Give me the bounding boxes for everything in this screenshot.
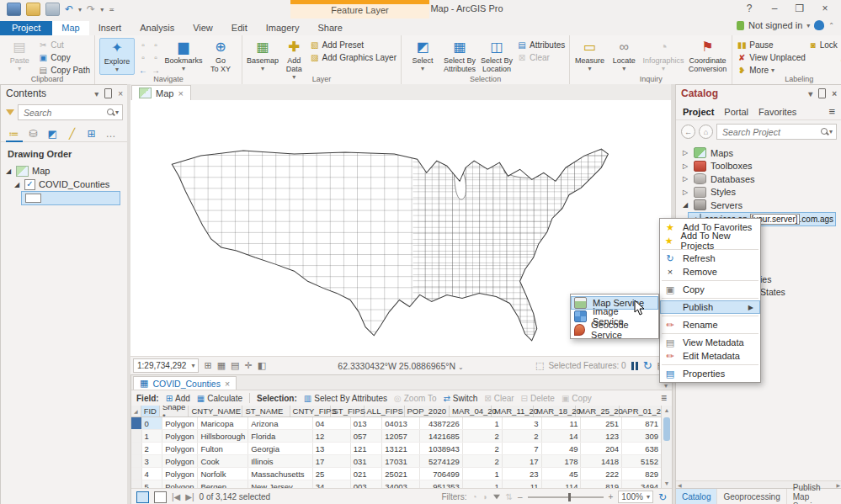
expander-icon[interactable]: ▷: [683, 149, 689, 157]
row-header[interactable]: [131, 468, 142, 480]
table-cell[interactable]: 638: [622, 443, 662, 454]
column-header-cnty_name[interactable]: CNTY_NAME: [189, 406, 242, 416]
last-record-icon[interactable]: ▶|: [185, 492, 194, 501]
table-cell[interactable]: 251: [581, 417, 622, 429]
more-lists-icon[interactable]: …: [104, 128, 117, 140]
pause-drawing-icon[interactable]: [631, 362, 638, 370]
signin-label[interactable]: Not signed in: [748, 20, 802, 30]
table-cell[interactable]: 2: [463, 455, 503, 467]
row-header[interactable]: [131, 455, 142, 467]
table-grid[interactable]: ◢FIDShape *CNTY_NAMEST_NAMECNTY_FIPSST_F…: [131, 406, 662, 489]
filter-icon[interactable]: [6, 109, 14, 115]
table-cell[interactable]: 45: [542, 468, 582, 480]
table-cell[interactable]: 7: [503, 443, 542, 454]
table-row[interactable]: 4PolygonNorfolkMassachusetts250212502170…: [131, 468, 662, 480]
fixed-zoom-button[interactable]: ▫▫: [138, 52, 163, 63]
table-cell[interactable]: 11: [542, 417, 582, 429]
list-by-snapping-icon[interactable]: ⊞: [85, 128, 98, 140]
menu-item-add-to-new-projects[interactable]: ★Add To New Projects: [660, 234, 760, 247]
table-cell[interactable]: Polygon: [162, 430, 198, 442]
next-extent-button[interactable]: →: [151, 66, 161, 75]
filter-edited-icon[interactable]: ◑: [482, 492, 487, 501]
select-by-attributes-table-button[interactable]: ▥Select By Attributes: [304, 394, 387, 403]
table-row[interactable]: 0PolygonMaricopaArizona04013040134387226…: [131, 417, 662, 430]
maximize-button[interactable]: ❒: [787, 0, 812, 17]
catalog-item-styles[interactable]: ▷Styles: [676, 186, 841, 199]
menu-item-rename[interactable]: ✏Rename: [660, 318, 760, 332]
tab-analysis[interactable]: Analysis: [130, 21, 184, 35]
table-cell[interactable]: Polygon: [162, 443, 198, 454]
table-cell[interactable]: 1418: [581, 455, 622, 467]
row-header[interactable]: [131, 430, 142, 442]
list-by-selection-icon[interactable]: ◩: [46, 128, 59, 140]
signin-area[interactable]: Not signed in ▾ ⌃: [737, 20, 834, 30]
copy-button[interactable]: ▣Copy: [38, 52, 90, 63]
dock-tab-catalog[interactable]: Catalog: [676, 489, 717, 504]
table-cell[interactable]: Maricopa: [198, 417, 248, 429]
help-button[interactable]: ?: [737, 0, 762, 17]
expander-icon[interactable]: ◢: [6, 167, 13, 175]
full-extent-button[interactable]: ▫▫: [138, 40, 163, 50]
table-cell[interactable]: 1: [142, 430, 163, 442]
table-cell[interactable]: 25021: [382, 468, 420, 480]
form-view-icon[interactable]: [154, 491, 167, 503]
add-graphics-layer-button[interactable]: ▨Add Graphics Layer: [310, 52, 397, 63]
table-row[interactable]: 2PolygonFultonGeorgia1312113121103894327…: [131, 443, 662, 455]
table-cell[interactable]: 1038943: [420, 443, 463, 454]
table-cell[interactable]: 871: [622, 417, 662, 429]
measure-button[interactable]: ▭ Measure▾: [574, 38, 605, 73]
table-cell[interactable]: 1421685: [420, 430, 463, 442]
table-cell[interactable]: 49: [542, 443, 582, 454]
table-cell[interactable]: 1: [463, 468, 503, 480]
row-header[interactable]: [131, 443, 142, 454]
table-cell[interactable]: Norfolk: [198, 468, 248, 480]
list-by-data-source-icon[interactable]: ⛁: [27, 128, 40, 140]
table-cell[interactable]: 14: [542, 430, 582, 442]
redo-dropdown-icon[interactable]: ▾: [100, 6, 104, 13]
pane-menu-icon[interactable]: ▾: [94, 89, 98, 98]
notifications-icon[interactable]: [814, 20, 824, 30]
table-vertical-scrollbar[interactable]: ▲ ▼: [661, 406, 672, 489]
tab-view[interactable]: View: [184, 21, 222, 35]
save-project-icon[interactable]: [45, 3, 60, 16]
zoom-to-button[interactable]: ◎Zoom To: [394, 394, 436, 403]
column-header-pop_2020[interactable]: POP_2020: [405, 406, 450, 416]
table-cell[interactable]: Illinois: [248, 455, 313, 467]
table-cell[interactable]: 031: [351, 455, 383, 467]
add-field-button[interactable]: ⊞Add: [166, 394, 190, 403]
table-cell[interactable]: 25: [313, 468, 351, 480]
tab-share[interactable]: Share: [309, 21, 352, 35]
table-cell[interactable]: 13121: [382, 443, 420, 454]
table-cell[interactable]: 17: [503, 455, 542, 467]
delete-selection-button[interactable]: ⊟Delete: [521, 394, 555, 403]
table-cell[interactable]: 23: [503, 468, 542, 480]
menu-item-publish[interactable]: Publish▶: [660, 300, 760, 314]
contents-search-input[interactable]: [22, 107, 107, 119]
table-cell[interactable]: 204: [581, 443, 622, 454]
table-cell[interactable]: 2: [142, 443, 163, 454]
open-icon[interactable]: [26, 3, 40, 16]
coordinates-readout[interactable]: 62.3330432°W 25.0886965°N ⌄: [271, 361, 530, 371]
filter-funnel-icon[interactable]: [493, 495, 500, 500]
refresh-table-icon[interactable]: ↻: [658, 491, 667, 503]
copy-selection-button[interactable]: ▣Copy: [562, 394, 592, 403]
scrollbar-thumb[interactable]: [663, 417, 670, 441]
customize-qat-icon[interactable]: ≖: [109, 6, 114, 13]
attributes-button[interactable]: ▤Attributes: [517, 40, 565, 50]
table-cell[interactable]: 706499: [420, 468, 463, 480]
expander-icon[interactable]: ▷: [683, 175, 689, 183]
table-zoom-level[interactable]: 100%▾: [618, 491, 653, 503]
zoom-out-table-icon[interactable]: –: [518, 492, 523, 501]
cut-button[interactable]: ✂Cut: [38, 40, 90, 50]
table-cell[interactable]: 4: [142, 468, 163, 480]
table-cell[interactable]: Cook: [198, 455, 248, 467]
add-preset-button[interactable]: ▧Add Preset: [310, 40, 397, 50]
close-pane-icon[interactable]: ×: [832, 89, 837, 98]
filter-selected-icon[interactable]: ◔: [471, 492, 476, 501]
table-zoom-slider[interactable]: [528, 496, 604, 498]
signin-dropdown-icon[interactable]: ▾: [806, 22, 810, 29]
clear-selection-table-button[interactable]: ⊠Clear: [484, 394, 514, 403]
column-header-mar_04_20[interactable]: MAR_04_20: [450, 406, 492, 416]
table-cell[interactable]: Massachusetts: [248, 468, 313, 480]
table-cell[interactable]: Arizona: [248, 417, 313, 429]
